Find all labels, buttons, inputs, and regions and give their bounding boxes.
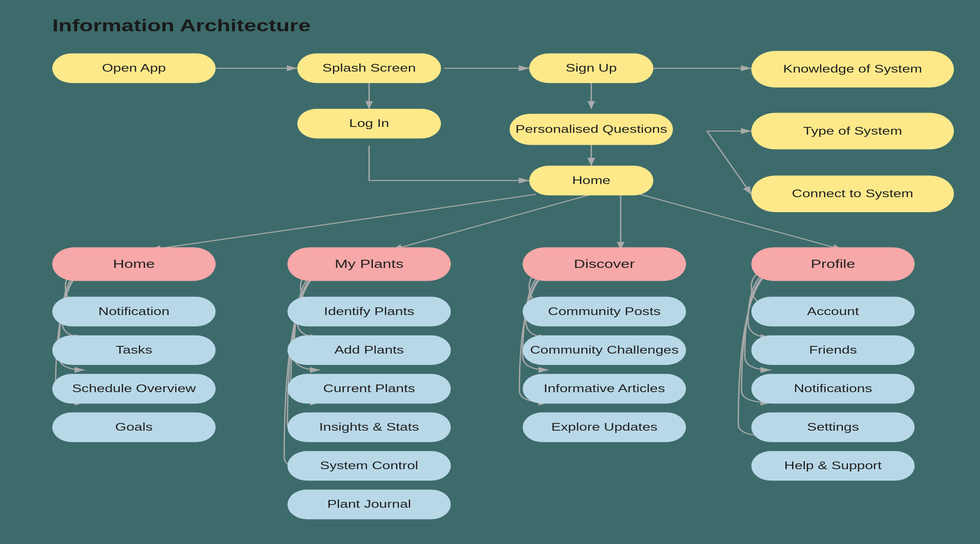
node-home-top: Home <box>529 165 653 195</box>
node-log-in: Log In <box>297 109 441 138</box>
node-explore-updates: Explore Updates <box>523 413 686 442</box>
node-community-challenges: Community Challenges <box>523 335 686 365</box>
node-current-plants: Current Plants <box>288 374 451 403</box>
node-account: Account <box>751 297 915 326</box>
node-sign-up: Sign Up <box>529 53 653 83</box>
node-add-plants: Add Plants <box>288 335 451 365</box>
svg-line-7 <box>707 131 751 194</box>
node-community-posts: Community Posts <box>523 297 686 326</box>
node-identify-plants: Identify Plants <box>288 297 451 326</box>
node-plant-journal: Plant Journal <box>288 490 451 519</box>
node-insights-stats: Insights & Stats <box>288 413 451 442</box>
node-open-app: Open App <box>52 53 216 83</box>
node-splash-screen: Splash Screen <box>297 53 441 83</box>
node-notifications: Notifications <box>751 374 915 403</box>
node-help-support: Help & Support <box>751 451 915 481</box>
node-my-plants-section: My Plants <box>288 247 451 281</box>
node-schedule-overview: Schedule Overview <box>52 374 216 403</box>
node-profile-section: Profile <box>751 247 915 281</box>
node-system-control: System Control <box>288 451 451 481</box>
page-title: Information Architecture <box>52 16 310 35</box>
node-knowledge-of-system: Knowledge of System <box>751 51 954 87</box>
node-settings: Settings <box>751 413 915 442</box>
node-connect-to-system: Connect to System <box>751 175 954 212</box>
svg-line-10 <box>392 194 591 250</box>
node-notification: Notification <box>52 297 216 326</box>
node-tasks: Tasks <box>52 335 216 365</box>
node-informative-articles: Informative Articles <box>523 374 686 403</box>
node-home-section: Home <box>52 247 216 281</box>
svg-line-9 <box>150 194 536 250</box>
node-type-of-system: Type of System <box>751 113 954 150</box>
node-goals: Goals <box>52 413 216 442</box>
node-personalised-questions: Personalised Questions <box>510 114 673 145</box>
node-friends: Friends <box>751 335 915 365</box>
node-discover-section: Discover <box>523 247 686 281</box>
